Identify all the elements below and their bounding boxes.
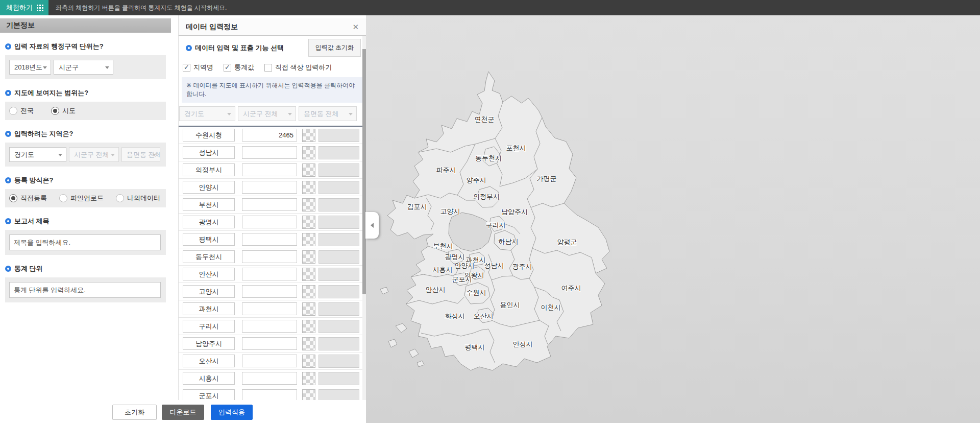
color-swatch[interactable] bbox=[302, 285, 315, 298]
color-swatch[interactable] bbox=[302, 163, 315, 177]
radio-option-나의데이터[interactable]: 나의데이터 bbox=[116, 194, 160, 203]
region-value-input[interactable] bbox=[242, 198, 297, 211]
stat-unit-input[interactable] bbox=[9, 282, 161, 298]
region-value-input[interactable] bbox=[242, 268, 297, 280]
radio-icon bbox=[116, 194, 124, 202]
color-swatch[interactable] bbox=[302, 198, 315, 212]
region-name-input[interactable] bbox=[183, 268, 235, 280]
color-input-disabled bbox=[318, 320, 359, 333]
region-value-input[interactable] bbox=[242, 285, 297, 298]
checkbox-icon bbox=[183, 64, 190, 72]
radio-option-시도[interactable]: 시도 bbox=[51, 106, 76, 115]
color-swatch[interactable] bbox=[302, 129, 315, 142]
color-swatch[interactable] bbox=[302, 233, 315, 246]
select-경기도[interactable]: 경기도 bbox=[9, 147, 66, 162]
select-value: 시군구 전체 bbox=[243, 110, 278, 118]
region-name-input[interactable] bbox=[183, 320, 235, 333]
reset-button[interactable]: 초기화 bbox=[112, 405, 157, 420]
region-value-input[interactable] bbox=[242, 233, 297, 246]
report-title-input[interactable] bbox=[9, 234, 161, 250]
panel-scrollbar-thumb[interactable] bbox=[362, 49, 366, 294]
checkbox-label: 지역명 bbox=[193, 63, 213, 72]
radio-option-전국[interactable]: 전국 bbox=[9, 106, 34, 115]
method-options: 직접등록파일업로드나의데이터 bbox=[5, 189, 166, 207]
region-name-input[interactable] bbox=[183, 337, 235, 350]
checkbox-option-지역명[interactable]: 지역명 bbox=[183, 63, 213, 72]
try-button[interactable]: 체험하기 bbox=[0, 0, 48, 15]
color-swatch[interactable] bbox=[302, 355, 315, 368]
region-name-input[interactable] bbox=[183, 216, 235, 228]
region-name-input[interactable] bbox=[183, 355, 235, 367]
region-value-input[interactable] bbox=[242, 355, 297, 367]
panel-collapse-handle[interactable] bbox=[365, 212, 379, 239]
color-input-disabled bbox=[318, 216, 359, 229]
select-2018년도[interactable]: 2018년도 bbox=[9, 60, 51, 75]
chevron-left-icon bbox=[371, 223, 374, 228]
region-name-input[interactable] bbox=[183, 198, 235, 211]
color-swatch[interactable] bbox=[302, 181, 315, 194]
region-name-input[interactable] bbox=[183, 302, 235, 315]
chevron-down-icon bbox=[288, 113, 292, 115]
region-value-input[interactable] bbox=[242, 146, 297, 159]
region-value-input[interactable] bbox=[242, 302, 297, 315]
color-swatch[interactable] bbox=[302, 146, 315, 159]
color-input-disabled bbox=[318, 302, 359, 316]
checkbox-label: 직접 색상 입력하기 bbox=[275, 63, 332, 72]
apply-notice: ※ 데이터를 지도에 표시하기 위해서는 입력적용을 클릭하여야 합니다. bbox=[182, 77, 363, 103]
table-row bbox=[179, 214, 366, 231]
color-input-disabled bbox=[318, 372, 359, 385]
region-value-input[interactable] bbox=[242, 372, 297, 385]
select-시군구[interactable]: 시군구 bbox=[54, 60, 113, 75]
region-value-input[interactable] bbox=[242, 337, 297, 350]
download-button[interactable]: 다운로드 bbox=[162, 405, 204, 420]
region-value-input[interactable] bbox=[242, 320, 297, 333]
island-shape bbox=[380, 287, 388, 294]
region-name-input[interactable] bbox=[183, 181, 235, 194]
reset-values-button[interactable]: 입력값 초기화 bbox=[308, 39, 361, 57]
data-entry-header: 데이터 입력정보 ✕ bbox=[179, 18, 366, 36]
checkbox-label: 통계값 bbox=[234, 63, 254, 72]
region-value-input[interactable] bbox=[242, 163, 297, 176]
radio-option-파일업로드[interactable]: 파일업로드 bbox=[59, 194, 104, 203]
region-name-input[interactable] bbox=[183, 285, 235, 298]
apply-button[interactable]: 입력적용 bbox=[211, 405, 253, 420]
color-input-disabled bbox=[318, 337, 359, 350]
basic-info-title: 기본정보 bbox=[0, 18, 171, 33]
close-icon[interactable]: ✕ bbox=[352, 23, 359, 31]
color-swatch[interactable] bbox=[302, 268, 315, 281]
region-value-input[interactable] bbox=[242, 250, 297, 263]
chevron-down-icon bbox=[227, 113, 231, 115]
checkbox-option-통계값[interactable]: 통계값 bbox=[224, 63, 254, 72]
select-음면동 전체: 음면동 전체 bbox=[121, 147, 160, 162]
color-swatch[interactable] bbox=[302, 337, 315, 350]
select-value: 시군구 전체 bbox=[74, 151, 109, 158]
radio-label: 직접등록 bbox=[20, 194, 47, 203]
radio-label: 전국 bbox=[20, 106, 34, 115]
color-swatch[interactable] bbox=[302, 320, 315, 333]
report-title-label: 보고서 제목 bbox=[5, 217, 166, 226]
color-swatch[interactable] bbox=[302, 372, 315, 385]
region-name-input[interactable] bbox=[183, 233, 235, 246]
gyeonggi-map-svg bbox=[366, 15, 980, 423]
select-value: 2018년도 bbox=[14, 63, 42, 71]
color-swatch[interactable] bbox=[302, 302, 315, 316]
checkbox-icon bbox=[264, 64, 272, 72]
color-input-disabled bbox=[318, 250, 359, 264]
region-name-input[interactable] bbox=[183, 129, 235, 142]
table-row bbox=[179, 353, 366, 370]
region-name-input[interactable] bbox=[183, 250, 235, 263]
chevron-down-icon bbox=[58, 154, 62, 156]
checkbox-option-직접 색상 입력하기[interactable]: 직접 색상 입력하기 bbox=[264, 63, 332, 72]
region-name-input[interactable] bbox=[183, 146, 235, 159]
color-swatch[interactable] bbox=[302, 250, 315, 264]
region-value-input[interactable] bbox=[242, 181, 297, 194]
region-name-input[interactable] bbox=[183, 372, 235, 385]
region-name-input[interactable] bbox=[183, 163, 235, 176]
region-value-input[interactable] bbox=[242, 216, 297, 228]
statistical-map[interactable]: 연천군포천시동두천시파주시양주시가평군의정부시김포시고양시남양주시구리시하남시양… bbox=[366, 15, 980, 423]
color-swatch[interactable] bbox=[302, 216, 315, 229]
chevron-down-icon bbox=[111, 154, 115, 156]
region-value-input[interactable] bbox=[242, 129, 297, 142]
radio-option-직접등록[interactable]: 직접등록 bbox=[9, 194, 47, 203]
select-경기도: 경기도 bbox=[179, 106, 235, 121]
